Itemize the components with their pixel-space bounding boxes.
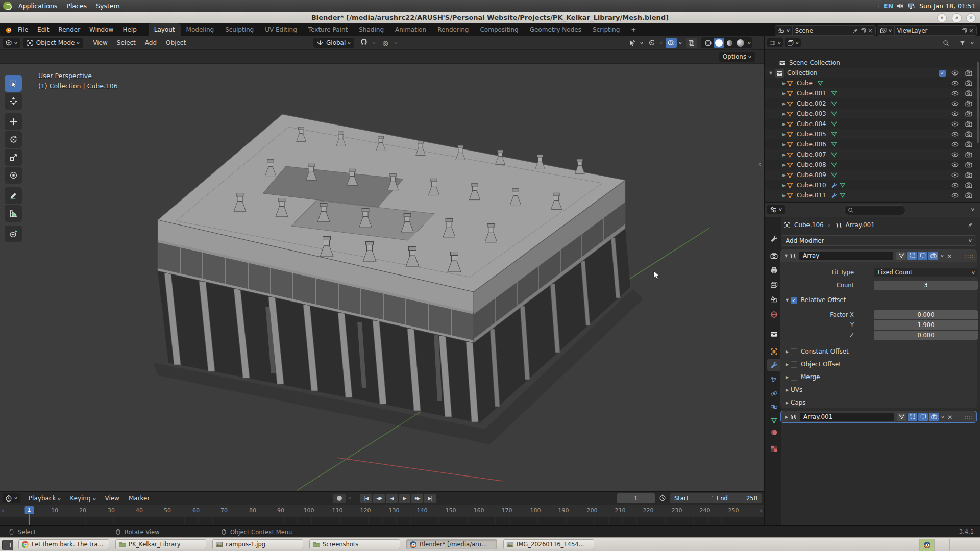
outliner-row-cube002[interactable]: ▶Cube.002 bbox=[765, 98, 980, 109]
modifier-extras-dropdown[interactable]: ∨ bbox=[940, 254, 945, 258]
hide-viewport-eye-icon[interactable] bbox=[951, 120, 959, 128]
end-frame-field[interactable]: End250 bbox=[713, 493, 762, 503]
outliner-row-cube007[interactable]: ▶Cube.007 bbox=[765, 149, 980, 160]
disable-render-camera-icon[interactable] bbox=[965, 171, 972, 179]
menu-system[interactable]: System bbox=[91, 0, 125, 12]
workspace-cell-2[interactable] bbox=[950, 539, 965, 551]
volume-icon[interactable] bbox=[896, 2, 904, 10]
menu-view[interactable]: View bbox=[88, 39, 112, 46]
new-scene-icon[interactable] bbox=[860, 28, 866, 34]
clock[interactable]: Sun Jan 18, 01:51 bbox=[919, 2, 976, 10]
tab-compositing[interactable]: Compositing bbox=[474, 23, 524, 36]
tab-modifiers[interactable] bbox=[767, 359, 781, 371]
outliner-filter-dropdown[interactable]: ∨ bbox=[970, 41, 975, 45]
hide-viewport-eye-icon[interactable] bbox=[951, 90, 959, 97]
hide-viewport-eye-icon[interactable] bbox=[951, 110, 959, 117]
window-minimize-button[interactable]: ∨ bbox=[937, 13, 947, 23]
disable-render-camera-icon[interactable] bbox=[965, 131, 972, 138]
playhead[interactable] bbox=[29, 514, 30, 526]
collection-checkbox[interactable]: ✓ bbox=[939, 70, 946, 77]
shading-solid-button[interactable] bbox=[714, 38, 724, 48]
factor-y-field[interactable]: 1.900 bbox=[874, 320, 978, 330]
expand-arrow-icon[interactable]: ▶ bbox=[781, 91, 787, 96]
drag-handle[interactable]: :::: bbox=[965, 253, 974, 259]
expand-arrow-icon[interactable]: ▼ bbox=[768, 71, 773, 76]
menu-select[interactable]: Select bbox=[112, 39, 140, 46]
menu-edit[interactable]: Edit bbox=[33, 23, 54, 36]
expand-arrow-icon[interactable]: ▶ bbox=[781, 183, 787, 188]
relative-offset-checkbox[interactable]: ✓ bbox=[791, 297, 797, 304]
modifier-panel-array001[interactable]: ▶ Array.001 ∨ × :::: bbox=[780, 411, 977, 423]
disable-render-camera-icon[interactable] bbox=[965, 192, 972, 199]
expand-arrow-icon[interactable]: ▶ bbox=[781, 173, 787, 178]
disable-render-camera-icon[interactable] bbox=[965, 182, 972, 189]
outliner-scrollbar[interactable] bbox=[977, 62, 979, 143]
tab-world[interactable] bbox=[767, 308, 781, 320]
pin-icon[interactable] bbox=[967, 222, 973, 228]
tab-constraints[interactable] bbox=[767, 400, 781, 413]
snap-dropdown[interactable]: ∨ bbox=[372, 41, 377, 45]
count-field[interactable]: 3 bbox=[874, 281, 978, 290]
disable-render-camera-icon[interactable] bbox=[965, 141, 972, 148]
network-icon[interactable] bbox=[906, 2, 915, 10]
shading-material-button[interactable] bbox=[724, 38, 735, 48]
pin-icon[interactable] bbox=[852, 28, 859, 34]
jump-to-start-button[interactable]: |◀ bbox=[360, 494, 372, 503]
editor-type-dropdown[interactable]: ∨ bbox=[3, 38, 20, 48]
hide-viewport-eye-icon[interactable] bbox=[951, 161, 959, 168]
task-blender[interactable]: Blender* [/media/aru... bbox=[406, 539, 497, 549]
scene-name[interactable]: Scene bbox=[793, 26, 852, 35]
menu-view-timeline[interactable]: View bbox=[100, 495, 124, 502]
timeline-editor-type-dropdown[interactable]: ∨ bbox=[3, 493, 20, 503]
outliner-row-cube009[interactable]: ▶Cube.009 bbox=[765, 170, 980, 180]
viewlayer-selector[interactable]: ∨ ViewLayer × bbox=[877, 25, 977, 36]
edit-mode-display-toggle[interactable] bbox=[896, 252, 906, 260]
hide-viewport-eye-icon[interactable] bbox=[951, 192, 959, 199]
outliner-row-cube010[interactable]: ▶Cube.010 bbox=[765, 180, 980, 190]
outliner-filter-id-dropdown[interactable]: ∨ bbox=[785, 38, 801, 47]
add-modifier-button[interactable]: Add Modifier ∨ bbox=[781, 235, 976, 246]
expand-arrow-icon[interactable]: ▶ bbox=[781, 142, 787, 147]
menu-places[interactable]: Places bbox=[62, 0, 91, 12]
tab-animation[interactable]: Animation bbox=[389, 23, 432, 36]
next-keyframe-button[interactable]: ◆▶ bbox=[411, 494, 423, 503]
fit-type-dropdown[interactable]: Fixed Count∨ bbox=[874, 268, 978, 277]
menu-playback[interactable]: Playback∨ bbox=[24, 495, 65, 502]
menu-help[interactable]: Help bbox=[118, 23, 141, 36]
expand-arrow-icon[interactable]: ▶ bbox=[781, 132, 787, 137]
tool-select-box[interactable] bbox=[5, 75, 22, 92]
hide-viewport-eye-icon[interactable] bbox=[951, 131, 959, 138]
menu-file[interactable]: File bbox=[13, 23, 33, 36]
tab-material[interactable] bbox=[767, 426, 781, 438]
workspace-cell-1[interactable] bbox=[935, 539, 950, 551]
task-chrome[interactable]: Let them bark. The tra... bbox=[18, 539, 109, 549]
disable-render-camera-icon[interactable] bbox=[965, 161, 972, 168]
menu-marker[interactable]: Marker bbox=[124, 495, 154, 502]
timeline-track[interactable] bbox=[0, 517, 764, 526]
selectability-visibility-dropdown[interactable] bbox=[627, 38, 638, 48]
menu-render[interactable]: Render bbox=[54, 23, 85, 36]
sidebar-collapse-arrow[interactable]: ‹ bbox=[758, 160, 761, 168]
disable-render-camera-icon[interactable] bbox=[965, 100, 972, 107]
outliner-row-cube001[interactable]: ▶Cube.001 bbox=[765, 88, 980, 98]
tab-layout[interactable]: Layout bbox=[149, 23, 181, 36]
auto-keying-record-button[interactable] bbox=[333, 494, 346, 503]
realtime-display-toggle[interactable] bbox=[918, 413, 928, 421]
outliner-row-cube005[interactable]: ▶Cube.005 bbox=[765, 129, 980, 139]
tab-rendering[interactable]: Rendering bbox=[432, 23, 474, 36]
viewlayer-name[interactable]: ViewLayer bbox=[895, 26, 960, 35]
section-constant-offset[interactable]: ▶Constant Offset bbox=[780, 347, 849, 356]
properties-editor-type-dropdown[interactable]: ∨ bbox=[767, 205, 785, 214]
play-button[interactable]: ▶ bbox=[399, 494, 410, 503]
scene-selector[interactable]: ∨ Scene × bbox=[775, 25, 876, 36]
play-reverse-button[interactable]: ◀ bbox=[386, 494, 398, 503]
modifier-name-field[interactable]: Array.001 bbox=[800, 413, 894, 421]
distro-logo-icon[interactable] bbox=[3, 2, 12, 10]
outliner-display-mode-dropdown[interactable]: ∨ bbox=[767, 38, 783, 47]
new-viewlayer-icon[interactable] bbox=[961, 28, 967, 34]
constant-offset-checkbox[interactable] bbox=[791, 348, 797, 355]
tab-texture[interactable] bbox=[767, 442, 781, 455]
proportional-edit-dropdown[interactable]: ∨ bbox=[394, 41, 398, 45]
outliner-row-cube[interactable]: ▶Cube bbox=[765, 78, 980, 88]
tab-object-data[interactable] bbox=[767, 414, 781, 427]
